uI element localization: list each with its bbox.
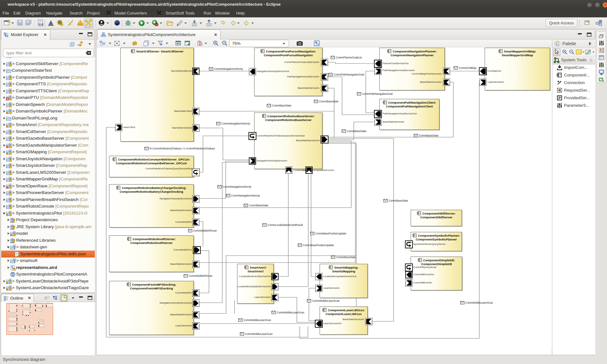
svg-text:M: M <box>9 109 11 112</box>
svg-text:✕: ✕ <box>7 98 9 100</box>
svg-text:?: ? <box>14 247 15 250</box>
svg-text:✦: ✦ <box>67 20 69 22</box>
svg-text:?: ? <box>14 261 15 264</box>
svg-text:P: P <box>200 43 201 45</box>
svg-text:010: 010 <box>39 23 43 26</box>
svg-text:!: ! <box>7 289 7 291</box>
svg-text:M: M <box>9 184 11 186</box>
svg-text:R: R <box>558 88 561 92</box>
svg-text:M: M <box>9 279 11 282</box>
svg-text:!: ! <box>11 234 11 236</box>
svg-text:M: M <box>14 232 15 234</box>
svg-text:!: ! <box>7 214 7 216</box>
svg-text:!: ! <box>7 112 7 114</box>
svg-text:✦: ✦ <box>71 21 73 24</box>
svg-text:M: M <box>9 286 11 288</box>
svg-text:M: M <box>9 150 11 152</box>
svg-text:✕: ✕ <box>88 52 90 55</box>
svg-text:M: M <box>9 96 11 98</box>
svg-text:!: ! <box>7 126 7 128</box>
svg-text:!: ! <box>7 282 7 284</box>
svg-text:M: M <box>599 20 601 23</box>
svg-text:M: M <box>9 143 11 146</box>
svg-text:P: P <box>559 96 561 100</box>
svg-text:M: M <box>9 211 11 214</box>
svg-text:M: M <box>9 123 11 125</box>
svg-text:!: ! <box>7 153 7 155</box>
